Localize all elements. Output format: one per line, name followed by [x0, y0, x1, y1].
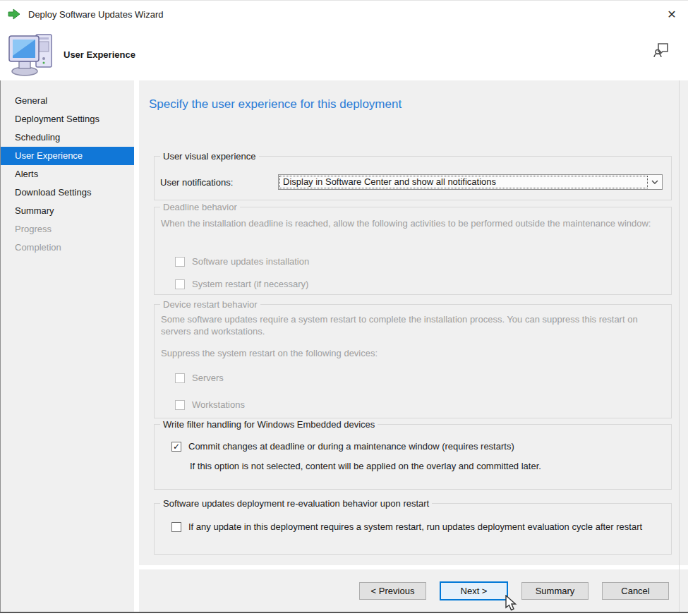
sidebar-item-progress: Progress — [1, 220, 134, 238]
group-title: Device restart behavior — [160, 299, 260, 310]
sidebar-item-deployment-settings[interactable]: Deployment Settings — [1, 110, 134, 128]
previous-button[interactable]: < Previous — [359, 582, 426, 600]
sidebar-item-user-experience[interactable]: User Experience — [1, 147, 134, 165]
cancel-button[interactable]: Cancel — [602, 582, 669, 600]
wizard-button-bar: < Previous Next > Summary Cancel — [139, 569, 688, 612]
group-device-restart-behavior: Device restart behavior Some software up… — [154, 304, 672, 418]
sidebar-item-general[interactable]: General — [1, 92, 134, 110]
deploy-software-updates-wizard-window: Deploy Software Updates Wizard ✕ User Ex… — [0, 0, 688, 616]
reevaluation-checkbox[interactable] — [171, 522, 181, 532]
group-title: Software updates deployment re-evaluatio… — [160, 498, 432, 509]
deadline-description: When the installation deadline is reache… — [161, 217, 664, 229]
sidebar-item-completion: Completion — [1, 238, 134, 257]
title-bar[interactable]: Deploy Software Updates Wizard ✕ — [0, 1, 688, 28]
wizard-header: User Experience — [0, 28, 688, 80]
system-restart-checkbox — [175, 279, 185, 289]
reevaluation-label: If any update in this deployment require… — [188, 521, 642, 532]
group-reevaluation-behavior: Software updates deployment re-evaluatio… — [154, 503, 672, 555]
group-title: Deadline behavior — [160, 202, 240, 212]
checkbox-label: Workstations — [192, 399, 245, 410]
feedback-icon[interactable] — [653, 42, 670, 59]
window-bottom-border — [0, 612, 688, 613]
suppress-restart-label: Suppress the system restart on the follo… — [161, 347, 664, 359]
group-write-filter-handling: Write filter handling for Windows Embedd… — [154, 424, 672, 490]
user-notifications-selected-value: Display in Software Center and show all … — [280, 176, 647, 188]
sidebar-item-download-settings[interactable]: Download Settings — [1, 183, 134, 202]
window-title: Deploy Software Updates Wizard — [28, 9, 163, 20]
commit-changes-checkbox[interactable]: ✓ — [171, 442, 181, 452]
next-button[interactable]: Next > — [440, 581, 508, 600]
restart-description: Some software updates require a system r… — [161, 313, 661, 337]
page-title: User Experience — [64, 49, 135, 60]
sidebar-item-alerts[interactable]: Alerts — [1, 165, 134, 183]
write-filter-note: If this option is not selected, content … — [190, 461, 664, 471]
sidebar-item-summary[interactable]: Summary — [1, 202, 134, 220]
commit-changes-label: Commit changes at deadline or during a m… — [188, 441, 514, 452]
close-icon[interactable]: ✕ — [661, 4, 682, 25]
summary-button[interactable]: Summary — [521, 582, 589, 600]
group-title: User visual experience — [160, 151, 259, 162]
group-user-visual-experience: User visual experience User notification… — [154, 156, 672, 200]
wizard-steps-sidebar: General Deployment Settings Scheduling U… — [0, 80, 134, 612]
wizard-green-arrow-icon — [7, 7, 21, 21]
page-heading: Specify the user experience for this dep… — [149, 97, 688, 111]
page-content: Specify the user experience for this dep… — [139, 80, 688, 565]
right-edge-divider — [679, 80, 680, 612]
checkbox-label: Software updates installation — [192, 256, 309, 267]
servers-checkbox — [175, 373, 185, 383]
group-title: Write filter handling for Windows Embedd… — [160, 419, 378, 430]
chevron-down-icon[interactable] — [647, 175, 662, 189]
user-notifications-dropdown[interactable]: Display in Software Center and show all … — [278, 174, 663, 190]
checkbox-label: Servers — [192, 373, 224, 383]
sidebar-item-scheduling[interactable]: Scheduling — [1, 128, 134, 147]
checkbox-label: System restart (if necessary) — [192, 279, 308, 289]
group-deadline-behavior: Deadline behavior When the installation … — [154, 207, 672, 295]
workstations-checkbox — [175, 400, 185, 410]
software-updates-installation-checkbox — [175, 257, 185, 267]
user-notifications-label: User notifications: — [160, 177, 278, 188]
computer-workstation-icon — [6, 30, 57, 77]
